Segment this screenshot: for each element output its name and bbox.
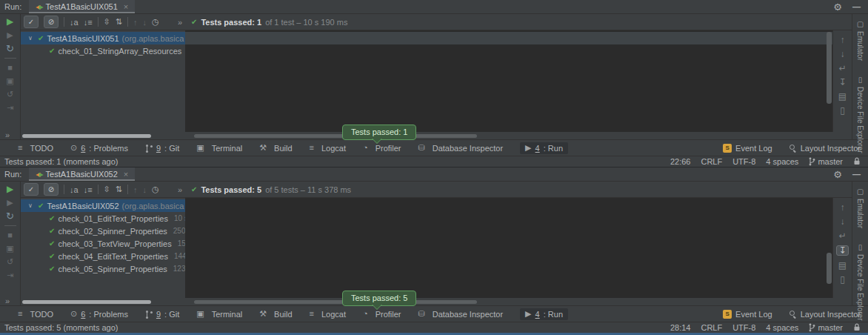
tool-window-stripe-button[interactable]: ▢ Emulator: [856, 188, 864, 228]
test-tree-row[interactable]: ✔ check_05_Spinner_Properties 123 ms: [21, 262, 185, 275]
more-options-chevron[interactable]: »: [5, 297, 10, 305]
gear-icon[interactable]: ⚙: [833, 1, 842, 13]
expand-all-button[interactable]: ⇳: [104, 17, 110, 27]
screenshot-button[interactable]: ▣: [6, 77, 13, 85]
toolwindow-button[interactable]: ≡ TODO: [18, 310, 53, 319]
tree-hscrollbar[interactable]: [22, 300, 151, 304]
toolwindow-button[interactable]: ⊙ 6 : Problems: [70, 310, 128, 319]
rerun-failed-tests-button[interactable]: ▶: [7, 199, 13, 207]
test-history-button[interactable]: ◷: [152, 17, 159, 27]
toolwindow-button[interactable]: ⚒ Build: [259, 310, 292, 319]
toolwindow-button[interactable]: 9 : Git: [145, 310, 179, 319]
previous-failed-test-button[interactable]: ↑: [133, 185, 138, 194]
run-tab[interactable]: ◀▶ TestA1BasicUIX052 ×: [29, 168, 135, 181]
up-arrow-icon[interactable]: ↑: [841, 203, 845, 212]
close-icon[interactable]: ×: [124, 170, 128, 179]
show-passed-toggle[interactable]: ✓: [24, 183, 39, 196]
up-arrow-icon[interactable]: ↑: [841, 36, 845, 44]
toggle-auto-test-button[interactable]: ↻: [6, 212, 14, 220]
toolwindow-button[interactable]: ▶ 4 : Run: [520, 142, 568, 154]
next-failed-test-button[interactable]: ↓: [142, 185, 147, 194]
screenshot-button[interactable]: ▣: [6, 245, 13, 253]
down-arrow-icon[interactable]: ↓: [841, 50, 845, 59]
soft-wrap-button[interactable]: ↵: [838, 231, 846, 240]
lock-icon[interactable]: [853, 323, 861, 333]
git-branch[interactable]: master: [809, 323, 843, 332]
toolwindow-button[interactable]: ≡ TODO: [18, 144, 53, 153]
minimize-icon[interactable]: —: [852, 2, 861, 11]
toolwindow-button[interactable]: ▣ Terminal: [196, 310, 242, 319]
previous-failed-test-button[interactable]: ↑: [133, 18, 138, 27]
minimize-icon[interactable]: —: [852, 170, 861, 179]
toolwindow-button[interactable]: ⊙ 6 : Problems: [70, 144, 128, 153]
run-tab[interactable]: ◀▶ TestA1BasicUIX051 ×: [29, 0, 135, 13]
soft-wrap-button[interactable]: ↵: [838, 64, 846, 73]
toolwindow-button[interactable]: ▣ Terminal: [196, 144, 242, 153]
event-log-button[interactable]: S Event Log: [723, 310, 772, 319]
layout-inspector-button[interactable]: Layout Inspector: [789, 310, 861, 319]
sort-alphabetically-button[interactable]: ↓a: [70, 185, 79, 194]
test-history-button[interactable]: ◷: [152, 185, 159, 194]
test-tree-row[interactable]: ✔ check_02_Spinner_Properties 250 ms: [21, 225, 185, 237]
clear-console-button[interactable]: ▯: [840, 106, 845, 115]
chevron-down-icon[interactable]: ∨: [28, 35, 35, 42]
console-vertical-scrollbar[interactable]: [827, 32, 832, 104]
console-output[interactable]: [185, 198, 832, 298]
layout-inspector-button[interactable]: Layout Inspector: [789, 144, 861, 153]
lock-icon[interactable]: [853, 157, 861, 167]
toolbar-overflow-chevron[interactable]: »: [178, 185, 182, 194]
restart-button[interactable]: ↺: [7, 90, 13, 99]
print-button[interactable]: ▤: [838, 92, 847, 101]
test-tree-row[interactable]: ∨ ✔ TestA1BasicUIX052 (org.aplas.basica …: [21, 199, 185, 212]
show-ignored-toggle[interactable]: ⊘: [44, 183, 59, 196]
rerun-button[interactable]: ▶: [7, 18, 13, 26]
more-options-chevron[interactable]: »: [5, 131, 10, 139]
test-tree-row[interactable]: ✔ check_01_EditText_Properties 10 s 711 …: [21, 212, 185, 225]
toolwindow-button[interactable]: 9 : Git: [145, 144, 179, 153]
event-log-button[interactable]: S Event Log: [723, 144, 772, 153]
close-icon[interactable]: ×: [124, 2, 128, 11]
print-button[interactable]: ▤: [838, 261, 847, 270]
gear-icon[interactable]: ⚙: [833, 169, 842, 180]
chevron-down-icon[interactable]: ∨: [28, 202, 35, 209]
down-arrow-icon[interactable]: ↓: [841, 217, 845, 226]
tool-window-stripe-button[interactable]: ▢ Emulator: [856, 20, 864, 61]
sort-by-duration-button[interactable]: ↓≡: [84, 18, 93, 27]
sort-alphabetically-button[interactable]: ↓a: [70, 18, 79, 27]
toolwindow-button[interactable]: ≡ Logcat: [310, 144, 346, 153]
rerun-button[interactable]: ▶: [7, 185, 13, 193]
exit-button[interactable]: ⇥: [7, 104, 13, 112]
console-output[interactable]: [185, 30, 832, 132]
toolbar-overflow-chevron[interactable]: »: [178, 18, 182, 27]
test-tree-row[interactable]: ∨ ✔ TestA1BasicUIX051 (org.aplas.basica …: [21, 32, 185, 44]
line-endings[interactable]: CRLF: [701, 157, 722, 166]
tree-hscrollbar[interactable]: [22, 134, 151, 138]
console-vertical-scrollbar[interactable]: [827, 253, 832, 284]
restart-button[interactable]: ↺: [7, 258, 13, 266]
file-encoding[interactable]: UTF-8: [732, 323, 755, 332]
test-tree-row[interactable]: ✔ check_03_TextView_Properties 150 ms: [21, 237, 185, 250]
git-branch[interactable]: master: [809, 157, 843, 166]
scroll-to-end-button[interactable]: ↧: [836, 245, 848, 256]
tool-window-stripe-button[interactable]: ▯ Device File Explorer: [856, 76, 864, 153]
toolwindow-button[interactable]: ⛁ Database Inspector: [418, 310, 504, 319]
toolwindow-button[interactable]: ≡ Logcat: [310, 310, 346, 319]
console-hscrollbar[interactable]: [194, 134, 477, 138]
rerun-failed-tests-button[interactable]: ▶: [7, 31, 13, 39]
show-passed-toggle[interactable]: ✓: [24, 16, 39, 28]
collapse-all-button[interactable]: ⇅: [116, 185, 122, 194]
test-tree-row[interactable]: ✔ check_01_StringArray_Resources 10 s 19…: [21, 44, 185, 57]
stop-button[interactable]: ■: [7, 64, 13, 72]
scroll-to-end-button[interactable]: ↧: [838, 78, 846, 87]
test-tree-row[interactable]: ✔ check_04_EditText_Properties 144 ms: [21, 250, 185, 262]
indent-setting[interactable]: 4 spaces: [766, 323, 798, 332]
exit-button[interactable]: ⇥: [7, 271, 13, 279]
toolwindow-button[interactable]: ⛁ Database Inspector: [418, 144, 504, 153]
next-failed-test-button[interactable]: ↓: [142, 18, 147, 27]
caret-position[interactable]: 22:66: [670, 157, 691, 166]
line-endings[interactable]: CRLF: [701, 323, 722, 332]
toolwindow-button[interactable]: ▶ 4 : Run: [520, 308, 568, 320]
collapse-all-button[interactable]: ⇅: [116, 17, 122, 27]
expand-all-button[interactable]: ⇳: [104, 185, 110, 194]
show-ignored-toggle[interactable]: ⊘: [44, 16, 59, 28]
